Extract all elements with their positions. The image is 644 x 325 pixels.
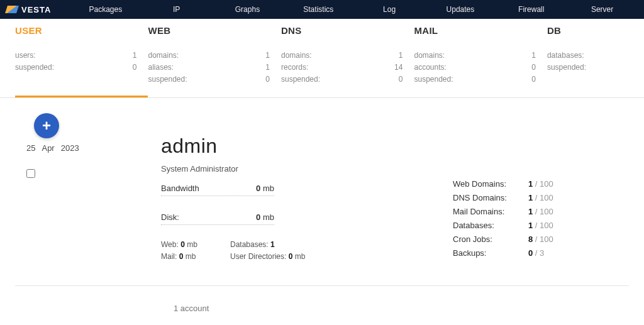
user-row-left: + 25Apr2023	[15, 98, 161, 285]
stat-row: domains:1	[281, 50, 409, 62]
accounts-count: 1 account	[0, 286, 644, 319]
disk-value: 0 mb	[256, 212, 274, 222]
tab-db-label: DB	[547, 25, 624, 36]
limit-web-domains: Web Domains:1 / 100	[453, 177, 616, 191]
nav-server[interactable]: Server	[567, 0, 638, 19]
limit-cron-jobs: Cron Jobs:8 / 100	[453, 233, 616, 246]
mini-stats: Web: 0 mb Mail: 0 mb Databases: 1 User D…	[161, 239, 440, 263]
date-year: 2023	[61, 143, 79, 153]
user-row: + 25Apr2023 admin System Administrator B…	[15, 98, 629, 286]
brand-logo[interactable]: VESTA	[6, 5, 70, 14]
section-tabs: USER users:1 suspended:0 WEB domains:1 a…	[0, 19, 644, 97]
tab-db[interactable]: DB databases: suspended:	[547, 25, 629, 97]
tab-user-label: USER	[15, 25, 143, 36]
bandwidth-label: Bandwidth	[161, 184, 256, 193]
user-row-center: admin System Administrator Bandwidth 0 m…	[161, 98, 440, 285]
meter-bandwidth: Bandwidth 0 mb	[161, 180, 274, 196]
stat-row: records:14	[281, 62, 409, 74]
stat-row: domains:1	[148, 50, 275, 62]
limit-databases: Databases:1 / 100	[453, 219, 616, 233]
mini-col-left: Web: 0 mb Mail: 0 mb	[161, 239, 230, 263]
tab-dns[interactable]: DNS domains:1 records:14 suspended:0	[281, 25, 414, 97]
nav-log[interactable]: Log	[354, 0, 425, 19]
limit-mail-domains: Mail Domains:1 / 100	[453, 205, 616, 219]
vesta-logo-icon	[5, 6, 19, 13]
disk-label: Disk:	[161, 212, 256, 222]
limit-dns-domains: DNS Domains:1 / 100	[453, 191, 616, 205]
nav-statistics[interactable]: Statistics	[283, 0, 354, 19]
limit-backups: Backups:0 / 3	[453, 246, 616, 260]
mini-userdirs: User Directories: 0 mb	[230, 251, 331, 263]
stat-row: aliases:1	[148, 62, 275, 74]
stat-row: domains:1	[414, 50, 541, 62]
nav-packages[interactable]: Packages	[70, 0, 141, 19]
bandwidth-value: 0 mb	[256, 184, 274, 193]
plus-icon: +	[42, 117, 51, 135]
nav-items: Packages IP Graphs Statistics Log Update…	[70, 0, 638, 19]
date-day: 25	[26, 143, 35, 153]
stat-row: suspended:0	[414, 74, 541, 85]
tab-web-label: WEB	[148, 25, 275, 36]
date-month: Apr	[42, 143, 54, 153]
stat-row: accounts:0	[414, 62, 541, 74]
select-user-checkbox-holder	[26, 169, 161, 180]
add-user-button[interactable]: +	[34, 113, 59, 138]
tab-mail-label: MAIL	[414, 25, 541, 36]
top-navbar: VESTA Packages IP Graphs Statistics Log …	[0, 0, 644, 19]
tab-dns-label: DNS	[281, 25, 409, 36]
brand-text: VESTA	[21, 5, 51, 14]
user-detail-area: + 25Apr2023 admin System Administrator B…	[0, 98, 644, 286]
stat-row: suspended:0	[148, 74, 275, 85]
user-role: System Administrator	[161, 164, 440, 174]
nav-updates[interactable]: Updates	[425, 0, 496, 19]
select-user-checkbox[interactable]	[26, 169, 35, 178]
stat-row: users:1	[15, 50, 143, 62]
mini-web: Web: 0 mb	[161, 239, 230, 251]
stat-row: suspended:0	[281, 74, 409, 85]
tab-user[interactable]: USER users:1 suspended:0	[15, 25, 148, 97]
mini-mail: Mail: 0 mb	[161, 251, 230, 263]
stat-row: databases:	[547, 50, 624, 62]
nav-ip[interactable]: IP	[141, 0, 212, 19]
tab-mail[interactable]: MAIL domains:1 accounts:0 suspended:0	[414, 25, 547, 97]
mini-databases: Databases: 1	[230, 239, 331, 251]
meter-disk: Disk: 0 mb	[161, 209, 274, 225]
tab-web[interactable]: WEB domains:1 aliases:1 suspended:0	[148, 25, 280, 97]
user-row-right: Web Domains:1 / 100 DNS Domains:1 / 100 …	[440, 98, 629, 285]
stat-row: suspended:0	[15, 62, 143, 74]
user-name[interactable]: admin	[161, 135, 440, 158]
nav-graphs[interactable]: Graphs	[212, 0, 283, 19]
user-created-date: 25Apr2023	[26, 143, 161, 153]
mini-col-right: Databases: 1 User Directories: 0 mb	[230, 239, 331, 263]
stat-row: suspended:	[547, 62, 624, 74]
nav-firewall[interactable]: Firewall	[496, 0, 567, 19]
